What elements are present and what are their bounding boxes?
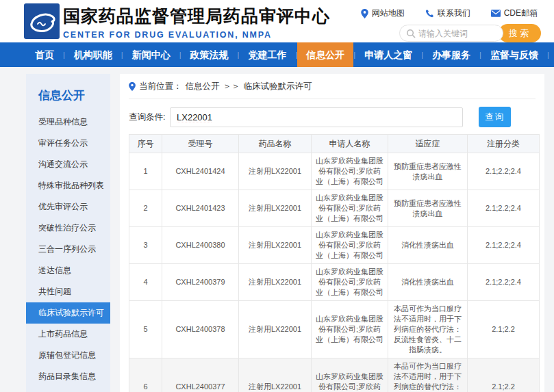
sidebar-item-special-approval[interactable]: 特殊审批品种列表 [26, 175, 110, 196]
table-row: 3 CXHL2400380 注射用LX22001 山东罗欣药业集团股份有限公司;… [129, 227, 540, 264]
table-row: 1 CXHL2401424 注射用LX22001 山东罗欣药业集团股份有限公司;… [129, 153, 540, 190]
sidebar-item-marketed-drugs[interactable]: 上市药品信息 [26, 324, 110, 345]
site-search: 搜索 [399, 24, 541, 42]
contact-link[interactable]: 联系我们 [425, 8, 470, 19]
cell-index: 3 [129, 227, 162, 264]
cell-indication: 消化性溃疡出血 [388, 227, 468, 264]
nav-item-services[interactable]: 办事服务 [423, 42, 479, 67]
cell-index: 6 [129, 358, 162, 392]
cde-logo-icon [24, 3, 60, 39]
cell-indication: 本品可作为当口服疗法不适用时，用于下列病症的替代疗法：反流性食管炎、十二指肠溃疡… [388, 358, 468, 392]
cell-drug-name: 注射用LX22001 [239, 264, 312, 301]
site-title: 国家药品监督管理局药品审评中心 [63, 5, 330, 27]
nav-item-supervision[interactable]: 监督与反馈 [481, 42, 547, 67]
cell-index: 2 [129, 190, 162, 227]
search-input[interactable] [418, 26, 499, 40]
sidebar-item-common-issues[interactable]: 共性问题 [26, 281, 110, 302]
cell-acceptance-no: CXHL2400378 [162, 301, 239, 358]
search-button[interactable]: 搜索 [499, 24, 541, 42]
sidebar-item-review-tasks[interactable]: 审评任务公示 [26, 133, 110, 154]
cde-mail-label: CDE邮箱 [504, 8, 538, 19]
cell-registration-class: 2.1;2.2 [468, 358, 540, 392]
table-row: 2 CXHL2401423 注射用LX22001 山东罗欣药业集团股份有限公司;… [129, 190, 540, 227]
col-header-acceptance-no: 受理号 [162, 135, 239, 153]
sidebar-item-clinical-trial-implied-license[interactable]: 临床试验默示许可 [26, 302, 110, 324]
sidebar-title: 信息公开 [26, 83, 110, 112]
cell-registration-class: 2.1;2.2;2.4 [468, 227, 540, 264]
site-subtitle: CENTER FOR DRUG EVALUATION, NMPA [63, 30, 330, 40]
breadcrumb-current: 临床试验默示许可 [244, 81, 312, 92]
cell-drug-name: 注射用LX22001 [239, 190, 312, 227]
cell-indication: 消化性溃疡出血 [388, 264, 468, 301]
nav-item-home[interactable]: 首页 [26, 42, 63, 67]
main-nav: 首页| 机构职能| 新闻中心| 政策法规| 党建工作| 信息公开| 申请人之窗|… [0, 42, 554, 67]
col-header-drug-name: 药品名称 [239, 135, 312, 153]
nav-item-party[interactable]: 党建工作 [239, 42, 295, 67]
cell-indication: 预防重症患者应激性溃疡出血 [388, 190, 468, 227]
cell-registration-class: 2.1;2.2;2.4 [468, 153, 540, 190]
search-icon [406, 29, 416, 38]
cell-indication: 预防重症患者应激性溃疡出血 [388, 153, 468, 190]
query-bar: 查询条件: 查询 [129, 107, 536, 127]
cell-acceptance-no: CXHL2400380 [162, 227, 239, 264]
sidebar-item-excipient-registration[interactable]: 原辅包登记信息 [26, 345, 110, 366]
cell-applicant: 山东罗欣药业集团股份有限公司;罗欣药业（上海）有限公司 [312, 227, 388, 264]
breadcrumb-separator: ＞＞ [223, 81, 240, 92]
sitemap-link[interactable]: 网站地图 [361, 8, 405, 19]
nav-item-registration-platform[interactable]: 登记备案平台 [549, 42, 554, 67]
col-header-applicant: 申请人名称 [312, 135, 388, 153]
col-header-index: 序号 [129, 135, 162, 153]
breadcrumb: 当前位置： 信息公开 ＞＞ 临床试验默示许可 [129, 74, 536, 99]
cell-acceptance-no: CXHL2400379 [162, 264, 239, 301]
cell-index: 4 [129, 264, 162, 301]
cell-acceptance-no: CXHL2401424 [162, 153, 239, 190]
cell-index: 5 [129, 301, 162, 358]
cell-drug-name: 注射用LX22001 [239, 153, 312, 190]
nav-item-info-disclosure[interactable]: 信息公开 [297, 42, 353, 67]
sidebar-item-communication[interactable]: 沟通交流公示 [26, 154, 110, 175]
location-pin-icon [361, 9, 368, 18]
cell-drug-name: 注射用LX22001 [239, 227, 312, 264]
table-row: 4 CXHL2400379 注射用LX22001 山东罗欣药业集团股份有限公司;… [129, 264, 540, 301]
cell-registration-class: 2.1;2.2;2.4 [468, 190, 540, 227]
sidebar-item-drug-catalog[interactable]: 药品目录集信息 [26, 366, 110, 387]
nav-item-functions[interactable]: 机构职能 [65, 42, 121, 67]
query-label: 查询条件: [129, 112, 170, 123]
contact-label: 联系我们 [438, 8, 470, 19]
table-row: 5 CXHL2400378 注射用LX22001 山东罗欣药业集团股份有限公司;… [129, 301, 540, 358]
query-input[interactable] [170, 107, 463, 127]
cell-applicant: 山东罗欣药业集团股份有限公司;罗欣药业（上海）有限公司 [312, 153, 388, 190]
sidebar: 信息公开 受理品种信息 审评任务公示 沟通交流公示 特殊审批品种列表 优先审评公… [26, 74, 110, 392]
cell-applicant: 山东罗欣药业集团股份有限公司;罗欣药业（上海）有限公司 [312, 358, 388, 392]
sidebar-item-priority-review[interactable]: 优先审评公示 [26, 196, 110, 218]
nav-item-policies[interactable]: 政策法规 [181, 42, 238, 67]
cell-acceptance-no: CXHL2400377 [162, 358, 239, 392]
table-row: 6 CXHL2400377 注射用LX22001 山东罗欣药业集团股份有限公司;… [129, 358, 540, 392]
site-header: 国家药品监督管理局药品审评中心 CENTER FOR DRUG EVALUATI… [0, 0, 554, 42]
envelope-icon [491, 10, 501, 17]
nav-item-applicant[interactable]: 申请人之窗 [355, 42, 421, 67]
sidebar-item-accepted-products[interactable]: 受理品种信息 [26, 112, 110, 133]
cell-applicant: 山东罗欣药业集团股份有限公司;罗欣药业（上海）有限公司 [312, 264, 388, 301]
breadcrumb-pin-icon [129, 82, 136, 91]
cde-mail-link[interactable]: CDE邮箱 [491, 8, 538, 19]
content-panel: 当前位置： 信息公开 ＞＞ 临床试验默示许可 查询条件: 查询 序号 受理号 药… [120, 74, 544, 392]
breadcrumb-section-link[interactable]: 信息公开 [186, 81, 220, 92]
cell-drug-name: 注射用LX22001 [239, 358, 312, 392]
cell-index: 1 [129, 153, 162, 190]
cell-registration-class: 2.1;2.2;2.4 [468, 264, 540, 301]
table-header-row: 序号 受理号 药品名称 申请人名称 适应症 注册分类 [129, 135, 540, 153]
site-title-block: 国家药品监督管理局药品审评中心 CENTER FOR DRUG EVALUATI… [63, 5, 330, 40]
breadcrumb-label: 当前位置： [139, 81, 182, 92]
sidebar-item-three-in-one[interactable]: 三合一序列公示 [26, 239, 110, 260]
cell-indication: 本品可作为当口服疗法不适用时，用于下列病症的替代疗法：反流性食管炎、十二指肠溃疡… [388, 301, 468, 358]
sidebar-item-breakthrough-therapy[interactable]: 突破性治疗公示 [26, 218, 110, 239]
sidebar-item-key-work[interactable]: 重点工作 [26, 387, 110, 392]
results-table: 序号 受理号 药品名称 申请人名称 适应症 注册分类 1 CXHL2401424… [129, 134, 540, 392]
query-button[interactable]: 查询 [479, 107, 511, 127]
nav-item-news[interactable]: 新闻中心 [123, 42, 179, 67]
sidebar-item-delivery-info[interactable]: 送达信息 [26, 260, 110, 281]
col-header-registration-class: 注册分类 [468, 135, 540, 153]
cell-acceptance-no: CXHL2401423 [162, 190, 239, 227]
phone-icon [425, 9, 434, 18]
